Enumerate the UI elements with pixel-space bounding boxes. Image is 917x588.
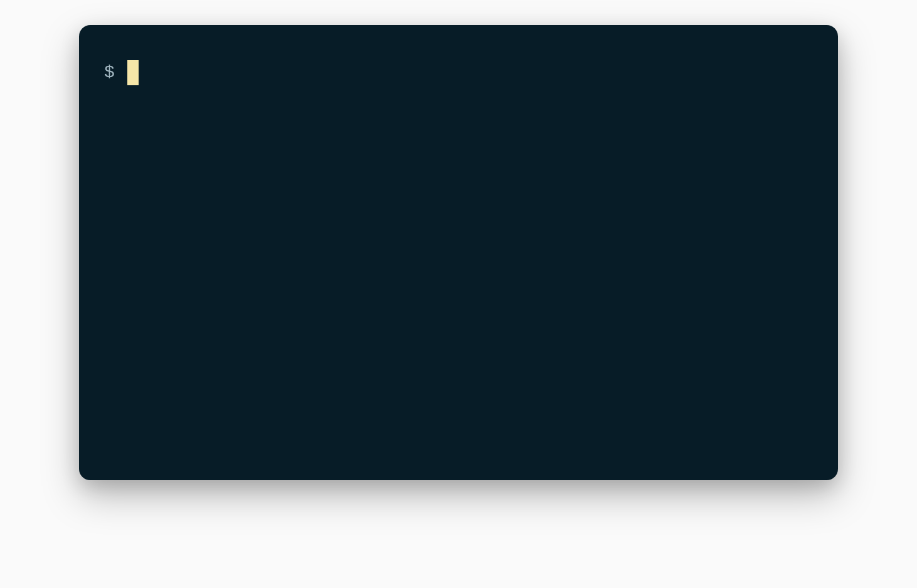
prompt-symbol: $ bbox=[104, 60, 115, 85]
cursor-icon bbox=[127, 60, 139, 85]
terminal-window[interactable]: $ bbox=[79, 25, 838, 480]
command-input[interactable] bbox=[127, 60, 813, 85]
terminal-prompt-line: $ bbox=[104, 60, 813, 85]
